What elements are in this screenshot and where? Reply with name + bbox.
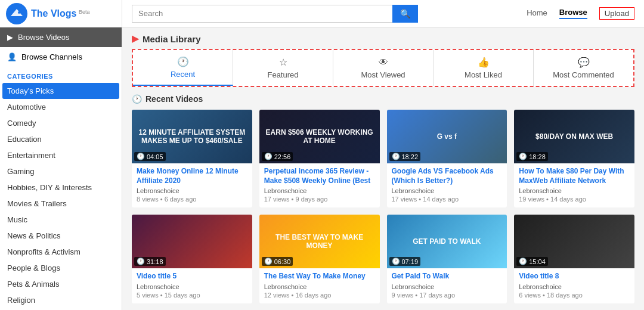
video-card-v4[interactable]: $80/DAY ON MAX WEB 🕐18:28 How To Make $8… [514,110,634,207]
main-content: 🔍 HomeBrowseUpload ▶ Media Library 🕐Rece… [122,0,644,310]
video-duration-v8: 🕐15:04 [516,257,548,266]
video-meta-v8: 6 views • 18 days ago [519,292,630,299]
sidebar-browse-videos[interactable]: ▶ Browse Videos [0,27,122,47]
video-grid: 12 MINUTE AFFILIATE SYSTEM MAKES ME UP T… [132,110,634,303]
sidebar-item-entertainment[interactable]: Entertainment [0,147,122,163]
sidebar-item-religion[interactable]: Religion [0,292,122,308]
video-author-v3: Lebronschoice [392,187,503,194]
video-author-v1: Lebronschoice [137,187,247,194]
categories-list: Today's PicksAutomotiveComedyEducationEn… [0,83,122,308]
tab-icon-recent: 🕐 [177,56,189,67]
video-meta-v1: 8 views • 6 days ago [137,196,247,203]
video-card-v8[interactable]: 🕐15:04 Video title 8 Lebronschoice 6 vie… [514,215,634,303]
video-meta-v3: 17 views • 14 days ago [392,196,503,203]
tab-icon-most-viewed: 👁 [379,57,388,68]
nav-link-upload[interactable]: Upload [599,7,634,20]
video-thumb-v5: 🕐31:18 [132,215,252,268]
video-author-v8: Lebronschoice [519,283,630,290]
categories-label: CATEGORIES [0,67,122,83]
tab-icon-most-liked: 👍 [478,57,490,68]
video-card-v3[interactable]: G vs f 🕐18:22 Google Ads VS Facebook Ads… [387,110,507,207]
tab-most-commented[interactable]: 💬Most Commented [534,50,633,86]
media-library-icon: ▶ [132,33,139,44]
video-meta-v5: 5 views • 15 days ago [137,292,247,299]
video-duration-v5: 🕐31:18 [134,257,166,266]
video-title-v1[interactable]: Make Money Online 12 Minute Affiliate 20… [137,167,247,185]
video-thumb-v1: 12 MINUTE AFFILIATE SYSTEM MAKES ME UP T… [132,110,252,163]
video-thumb-v8: 🕐15:04 [514,215,634,268]
video-author-v6: Lebronschoice [264,283,375,290]
tab-icon-featured: ☆ [279,57,287,68]
video-author-v4: Lebronschoice [519,187,630,194]
video-duration-v7: 🕐07:19 [389,257,421,266]
browse-videos-label: Browse Videos [18,33,69,42]
recent-videos-icon: 🕐 [132,94,142,104]
video-meta-v4: 19 views • 14 days ago [519,196,630,203]
video-card-v7[interactable]: GET PAID TO WALK 🕐07:19 Get Paid To Walk… [387,215,507,303]
browse-videos-icon: ▶ [7,33,13,42]
sidebar-browse-channels[interactable]: 👤 Browse Channels [0,47,122,67]
video-author-v5: Lebronschoice [137,283,247,290]
tab-recent[interactable]: 🕐Recent [133,50,233,86]
video-duration-v1: 🕐04:05 [134,152,166,161]
tab-most-viewed[interactable]: 👁Most Viewed [333,50,434,86]
video-thumb-v7: GET PAID TO WALK 🕐07:19 [387,215,507,268]
tab-label-most-commented: Most Commented [553,70,614,79]
content-area: ▶ Media Library 🕐Recent☆Featured👁Most Vi… [122,27,644,310]
sidebar-item-hobbies[interactable]: Hobbies, DIY & Interests [0,179,122,196]
logo-title: The Vlogs [31,8,76,18]
video-title-v2[interactable]: Perpetual income 365 Review - Make $508 … [264,167,375,185]
tabs-container: 🕐Recent☆Featured👁Most Viewed👍Most Liked💬… [132,49,634,87]
video-duration-v3: 🕐18:22 [389,152,421,161]
search-button[interactable]: 🔍 [392,5,418,23]
sidebar-item-pets-animals[interactable]: Pets & Animals [0,276,122,292]
video-card-v2[interactable]: EARN $506 WEEKLY WORKING AT HOME 🕐22:56 … [259,110,380,207]
video-title-v6[interactable]: The Best Way To Make Money [264,272,375,281]
video-title-v5[interactable]: Video title 5 [137,272,247,281]
sidebar-item-news-politics[interactable]: News & Politics [0,228,122,244]
video-author-v7: Lebronschoice [392,283,503,290]
sidebar-item-comedy[interactable]: Comedy [0,115,122,131]
sidebar-item-automotive[interactable]: Automotive [0,99,122,115]
top-nav: HomeBrowseUpload [527,7,634,20]
video-duration-v4: 🕐18:28 [516,152,548,161]
logo-area: The Vlogs Beta [0,0,122,27]
search-input[interactable] [132,5,392,23]
logo-icon [6,3,27,24]
video-thumb-v3: G vs f 🕐18:22 [387,110,507,163]
sidebar-item-music[interactable]: Music [0,212,122,228]
tab-featured[interactable]: ☆Featured [233,50,333,86]
video-meta-v6: 12 views • 16 days ago [264,292,375,299]
sidebar-item-todays-picks[interactable]: Today's Picks [2,83,119,99]
video-meta-v7: 9 views • 17 days ago [392,292,503,299]
sidebar-item-nonprofits[interactable]: Nonprofits & Activism [0,244,122,260]
media-library-title: Media Library [143,34,201,44]
search-wrap: 🔍 [132,5,418,23]
sidebar: The Vlogs Beta ▶ Browse Videos 👤 Browse … [0,0,122,310]
video-card-v1[interactable]: 12 MINUTE AFFILIATE SYSTEM MAKES ME UP T… [132,110,252,207]
media-library-header: ▶ Media Library [132,33,634,44]
sidebar-item-education[interactable]: Education [0,131,122,147]
sidebar-item-gaming[interactable]: Gaming [0,163,122,179]
video-thumb-v4: $80/DAY ON MAX WEB 🕐18:28 [514,110,634,163]
sidebar-item-people-blogs[interactable]: People & Blogs [0,260,122,276]
tab-most-liked[interactable]: 👍Most Liked [434,50,534,86]
video-title-v7[interactable]: Get Paid To Walk [392,272,503,281]
recent-videos-label: 🕐 Recent Videos [132,94,634,104]
nav-link-browse[interactable]: Browse [559,8,587,19]
browse-channels-icon: 👤 [7,52,17,61]
video-duration-v2: 🕐22:56 [262,152,293,161]
nav-link-home[interactable]: Home [527,8,547,18]
sidebar-item-movies-trailers[interactable]: Movies & Trailers [0,196,122,212]
video-title-v8[interactable]: Video title 8 [519,272,630,281]
video-card-v6[interactable]: THE BEST WAY TO MAKE MONEY 🕐06:30 The Be… [259,215,380,303]
video-thumb-v6: THE BEST WAY TO MAKE MONEY 🕐06:30 [259,215,380,268]
video-title-v3[interactable]: Google Ads VS Facebook Ads (Which Is Bet… [392,167,503,185]
tab-label-featured: Featured [267,70,298,79]
video-card-v5[interactable]: 🕐31:18 Video title 5 Lebronschoice 5 vie… [132,215,252,303]
video-duration-v6: 🕐06:30 [262,257,293,266]
svg-point-2 [18,11,20,14]
logo-beta: Beta [79,8,90,14]
tab-label-recent: Recent [171,70,195,79]
video-title-v4[interactable]: How To Make $80 Per Day With MaxWeb Affi… [519,167,630,185]
